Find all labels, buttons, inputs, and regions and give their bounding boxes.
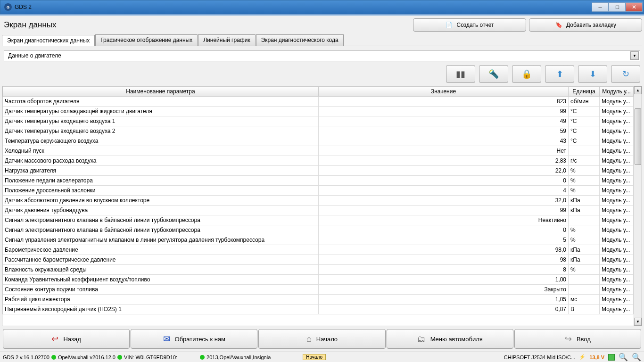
cell-module: Модуль у... [600,146,634,156]
refresh-icon: ↻ [622,69,629,79]
cell-value: 99 [319,107,569,116]
cell-value: 49 [319,116,569,126]
minimize-button[interactable]: ─ [592,2,609,12]
cell-value: 1,05 [319,295,569,304]
status-dot-icon [117,355,122,360]
cell-value: 2,83 [319,156,569,166]
cell-unit: об/мин [569,97,600,107]
col-module[interactable]: Модуль у... [600,87,634,97]
enter-button[interactable]: ↪ Ввод [514,329,641,349]
cell-unit: % [569,176,600,186]
close-button[interactable]: ✕ [626,2,643,12]
cell-unit: °С [569,107,600,116]
table-row[interactable]: Команда Уравнительный коэффициент воздух… [3,275,634,285]
table-row[interactable]: Сигнал электромагнитного клапана в байпа… [3,225,634,235]
cell-module: Модуль у... [600,245,634,255]
cell-module: Модуль у... [600,225,634,235]
scroll-down-icon[interactable]: ▼ [634,318,642,326]
col-unit[interactable]: Единица [569,87,600,97]
cell-param: Положение педали акселератора [3,176,319,186]
status-bar: GDS 2 v.16.1.02700 OpelVauxhall v2016.12… [0,352,644,362]
status-dot-icon [200,355,205,360]
cell-param: Датчик абсолютного давления во впускном … [3,196,319,206]
app-icon: G [4,3,12,11]
car-menu-button[interactable]: 🗂 Меню автомобиля [387,329,513,349]
zoom-in-icon[interactable]: 🔍 [632,353,641,362]
cell-param: Холодный пуск [3,146,319,156]
table-row[interactable]: Датчик абсолютного давления во впускном … [3,196,634,206]
table-row[interactable]: Частота оборотов двигателя823об/минМодул… [3,97,634,107]
cell-param: Датчик давления турбонаддува [3,206,319,215]
cell-value: 0 [319,176,569,186]
table-row[interactable]: Датчик температуры охлаждающей жидкости … [3,107,634,116]
cell-value: 43 [319,136,569,146]
cell-value: 98 [319,255,569,265]
table-row[interactable]: Датчик давления турбонаддува99кПаМодуль … [3,206,634,215]
table-row[interactable]: Влажность окружающей среды8%Модуль у... [3,265,634,275]
up-button[interactable]: ⬆ [545,65,574,83]
table-row[interactable]: Положение педали акселератора0%Модуль у.… [3,176,634,186]
zoom-out-icon[interactable]: 🔍 [619,353,628,362]
cell-unit: °С [569,136,600,146]
table-row[interactable]: Датчик массового расхода воздуха2,83г/сМ… [3,156,634,166]
table-row[interactable]: Состояние контура подачи топливаЗакрытоМ… [3,285,634,295]
table-row[interactable]: Нагреваемый кислородный датчик (HO2S) 10… [3,304,634,314]
cell-unit [569,275,600,285]
cell-unit [569,146,600,156]
add-bookmark-button[interactable]: 🔖 Добавить закладку [529,18,642,32]
cell-module: Модуль у... [600,295,634,304]
table-row[interactable]: Температура окружающего воздуха43°СМодул… [3,136,634,146]
table-row[interactable]: Положение дроссельной заслонки4%Модуль у… [3,186,634,196]
cell-unit: В [569,304,600,314]
tab-line-graph[interactable]: Линейный график [198,34,255,46]
cell-param: Датчик массового расхода воздуха [3,156,319,166]
table-row[interactable]: Барометрическое давление98,0кПаМодуль у.… [3,245,634,255]
window-title: GDS 2 [15,4,32,10]
scroll-up-icon[interactable]: ▲ [634,86,642,94]
cell-value: Закрыто [319,285,569,295]
record-button[interactable]: 🔦 [479,65,508,83]
table-row[interactable]: Рабочий цикл инжектора1,05мсМодуль у... [3,295,634,304]
col-param[interactable]: Наименование параметра [3,87,319,97]
cell-value: 22,0 [319,166,569,176]
window-titlebar: G GDS 2 ─ ☐ ✕ [0,0,644,14]
cell-param: Нагреваемый кислородный датчик (HO2S) 1 [3,304,319,314]
contact-button[interactable]: ✉ Обратитесь к нам [131,329,257,349]
cell-unit: мс [569,295,600,304]
back-button[interactable]: ↩ Назад [3,329,130,349]
create-report-button[interactable]: 📄 Создать отчет [413,18,526,32]
cell-param: Сигнал управления электромагнитным клапа… [3,235,319,245]
cell-value: 32,0 [319,196,569,206]
table-row[interactable]: Датчик температуры входящего воздуха 259… [3,126,634,136]
cell-unit: °С [569,116,600,126]
maximize-button[interactable]: ☐ [609,2,626,12]
table-row[interactable]: Датчик температуры входящего воздуха 149… [3,116,634,126]
table-row[interactable]: Сигнал электромагнитного клапана в байпа… [3,215,634,225]
refresh-button[interactable]: ↻ [611,65,640,83]
col-value[interactable]: Значение [319,87,569,97]
table-row[interactable]: Сигнал управления электромагнитным клапа… [3,235,634,245]
chevron-down-icon: ▼ [630,51,639,60]
forward-arrow-icon: ↪ [565,334,572,344]
cell-module: Модуль у... [600,235,634,245]
pause-icon: ▮▮ [456,69,465,79]
vertical-scrollbar[interactable]: ▲ ▼ [634,86,642,326]
down-button[interactable]: ⬇ [578,65,607,83]
home-button[interactable]: ⌂ Начало [258,329,385,349]
tab-diagnostic-code[interactable]: Экран диагностического кода [256,34,344,46]
lock-button[interactable]: 🔒 [512,65,541,83]
table-row[interactable]: Холодный пускНетМодуль у... [3,146,634,156]
scroll-thumb[interactable] [635,108,641,165]
tab-graphic-display[interactable]: Графическое отображение данных [95,34,198,46]
cell-unit: кПа [569,206,600,215]
cell-param: Барометрическое давление [3,245,319,255]
cell-unit: % [569,186,600,196]
status-profile: OpelVauxhall v2016.12.0 [58,354,116,360]
data-group-select[interactable]: Данные о двигателе ▼ [4,50,640,61]
table-row[interactable]: Нагрузка двигателя22,0%Модуль у... [3,166,634,176]
table-row[interactable]: Рассчитанное барометрическое давление98к… [3,255,634,265]
tab-diagnostic-data[interactable]: Экран диагностических данных [2,35,95,46]
cell-unit: % [569,235,600,245]
pause-button[interactable]: ▮▮ [446,65,475,83]
cell-unit: °С [569,126,600,136]
